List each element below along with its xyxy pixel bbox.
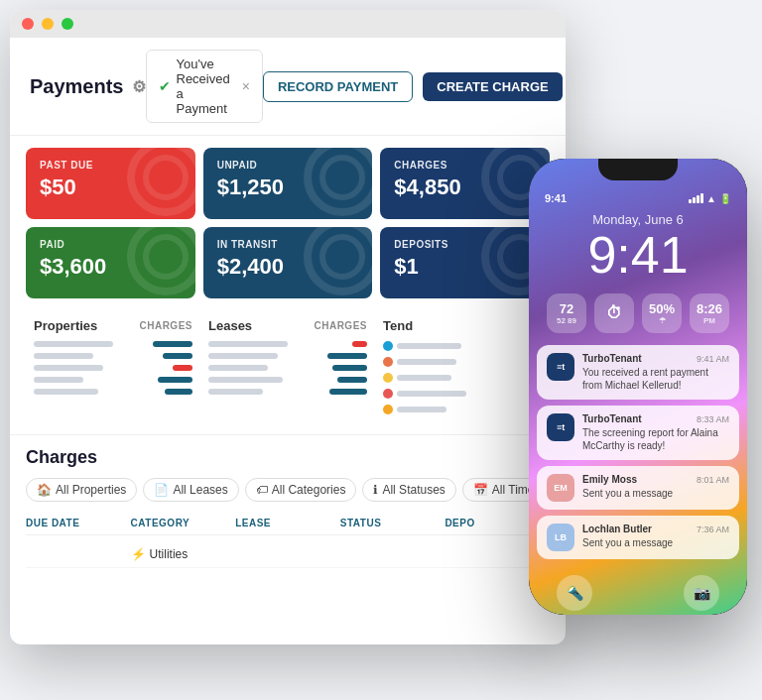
iphone-widgets: 72 52 89 ⏱ 50% ☂ 8:26 PM	[529, 288, 747, 339]
notif-content-1: TurboTenant 9:41 AM You received a rent …	[582, 353, 729, 392]
filter-all-categories[interactable]: 🏷 All Categories	[245, 478, 357, 502]
mini-row	[34, 341, 192, 347]
mini-row	[208, 365, 367, 371]
notification-item-3: EM Emily Moss 8:01 AM Sent you a message	[537, 466, 739, 510]
stat-deposits: DEPOSITS $1	[380, 227, 550, 298]
notif-app-name-2: TurboTenant	[582, 413, 642, 424]
mini-row	[208, 353, 367, 359]
charges-section: Charges 🏠 All Properties 📄 All Leases 🏷 …	[10, 434, 566, 580]
mini-row	[34, 377, 192, 383]
filter-label-properties: All Properties	[56, 483, 126, 497]
widget-temperature: 72 52 89	[547, 293, 586, 333]
tables-section: Properties CHARGES	[10, 310, 566, 434]
charges-title: Charges	[26, 447, 550, 468]
notif-icon-turbotenant-1: ≡t	[547, 353, 574, 381]
notif-text-4: Sent you a message	[582, 536, 729, 549]
time-icon: 📅	[473, 483, 488, 497]
minimize-button[interactable]	[42, 18, 54, 30]
app-title: Payments ⚙	[30, 75, 146, 98]
iphone-status-bar: 9:41 ▲ 🔋	[529, 188, 747, 204]
notif-time-4: 7:36 AM	[697, 525, 729, 534]
filter-all-properties[interactable]: 🏠 All Properties	[26, 478, 137, 502]
check-icon: ✔	[159, 78, 171, 94]
iphone-lock-content: Monday, June 6 9:41	[529, 204, 747, 288]
svg-point-9	[322, 237, 362, 277]
notif-time-1: 9:41 AM	[697, 354, 729, 364]
categories-icon: 🏷	[256, 483, 268, 497]
filter-label-leases: All Leases	[173, 483, 227, 497]
widget-weather: 50% ☂	[642, 293, 682, 333]
mini-table-leases: Leases CHARGES	[200, 310, 375, 422]
col-status: STATUS	[340, 518, 445, 528]
flashlight-icon[interactable]: 🔦	[557, 575, 592, 611]
header-buttons: RECORD PAYMENT CREATE CHARGE	[263, 71, 563, 102]
notif-app-name-4: Lochlan Butler	[582, 524, 652, 534]
properties-icon: 🏠	[37, 483, 52, 497]
close-button[interactable]	[22, 18, 34, 30]
col-due-date: DUE DATE	[26, 518, 131, 528]
notification-close[interactable]: ×	[242, 78, 250, 94]
widget-clock: ⏱	[594, 293, 634, 333]
iphone-status-time: 9:41	[545, 192, 567, 204]
mini-row	[208, 389, 367, 395]
filter-all-leases[interactable]: 📄 All Leases	[143, 478, 238, 502]
mac-window: Payments ⚙ ✔ You've Received a Payment ×…	[10, 10, 566, 644]
notif-icon-lochlan: LB	[547, 524, 574, 551]
filter-label-statuses: All Statuses	[382, 483, 444, 497]
category-text: Utilities	[150, 547, 189, 561]
mini-table-tenants: Tend	[375, 310, 550, 422]
stats-grid: PAST DUE $50 UNPAID $1,250 CHARGES $4,85…	[10, 136, 566, 310]
notification-banner: ✔ You've Received a Payment ×	[146, 50, 263, 123]
notifications-list: ≡t TurboTenant 9:41 AM You received a re…	[529, 339, 747, 565]
record-payment-button[interactable]: RECORD PAYMENT	[263, 71, 413, 102]
notif-content-4: Lochlan Butler 7:36 AM Sent you a messag…	[582, 524, 729, 549]
col-lease: LEASE	[235, 518, 340, 528]
notif-text-2: The screening report for Alaina McCarthy…	[582, 426, 729, 452]
stat-unpaid: UNPAID $1,250	[203, 148, 373, 219]
filter-all-statuses[interactable]: ℹ All Statuses	[362, 478, 455, 502]
svg-point-1	[146, 158, 186, 197]
mini-table-title-leases: Leases	[208, 318, 252, 333]
svg-point-7	[146, 237, 186, 277]
mini-table-properties: Properties CHARGES	[26, 310, 200, 422]
charges-table-header: DUE DATE CATEGORY LEASE STATUS DEPO	[26, 512, 550, 535]
filter-label-categories: All Categories	[272, 483, 346, 497]
col-category: CATEGORY	[131, 518, 236, 528]
notification-item-4: LB Lochlan Butler 7:36 AM Sent you a mes…	[537, 516, 739, 559]
notif-text-3: Sent you a message	[582, 487, 729, 500]
notif-content-3: Emily Moss 8:01 AM Sent you a message	[582, 474, 729, 500]
mac-titlebar	[10, 10, 566, 38]
mini-row	[208, 341, 367, 347]
notif-time-2: 8:33 AM	[697, 414, 729, 424]
notif-content-2: TurboTenant 8:33 AM The screening report…	[582, 413, 729, 452]
utilities-icon: ⚡	[131, 547, 146, 561]
iphone-notch	[598, 159, 678, 180]
mini-table-charges-leases: CHARGES	[314, 320, 367, 331]
stat-paid: PAID $3,600	[26, 227, 195, 298]
mini-row	[34, 365, 192, 371]
title-text: Payments	[30, 75, 124, 98]
lock-date: Monday, June 6	[529, 212, 747, 227]
svg-point-3	[322, 158, 362, 197]
notif-icon-turbotenant-2: ≡t	[547, 413, 574, 441]
notification-item-1: ≡t TurboTenant 9:41 AM You received a re…	[537, 345, 739, 400]
stat-past-due: PAST DUE $50	[26, 148, 195, 219]
app-header: Payments ⚙ ✔ You've Received a Payment ×…	[10, 38, 566, 136]
notif-icon-emily: EM	[547, 474, 574, 502]
leases-icon: 📄	[154, 483, 169, 497]
iphone: 9:41 ▲ 🔋 Monday, June 6 9:41 72 52 89	[529, 159, 747, 615]
mini-table-charges-properties: CHARGES	[139, 320, 192, 331]
notification-text: You've Received a Payment	[177, 57, 230, 116]
cell-category: ⚡ Utilities	[131, 547, 236, 561]
gear-icon[interactable]: ⚙	[132, 77, 146, 96]
camera-icon[interactable]: 📷	[684, 575, 719, 611]
mini-table-title-properties: Properties	[34, 318, 97, 333]
mini-row	[208, 377, 367, 383]
status-icons: ▲ 🔋	[689, 193, 731, 204]
create-charge-button[interactable]: CREATE CHARGE	[423, 72, 562, 101]
lock-time: 9:41	[529, 227, 747, 284]
charges-filters: 🏠 All Properties 📄 All Leases 🏷 All Cate…	[26, 478, 550, 502]
notification-item-2: ≡t TurboTenant 8:33 AM The screening rep…	[537, 406, 739, 460]
iphone-screen: 9:41 ▲ 🔋 Monday, June 6 9:41 72 52 89	[529, 159, 747, 615]
maximize-button[interactable]	[62, 18, 73, 30]
